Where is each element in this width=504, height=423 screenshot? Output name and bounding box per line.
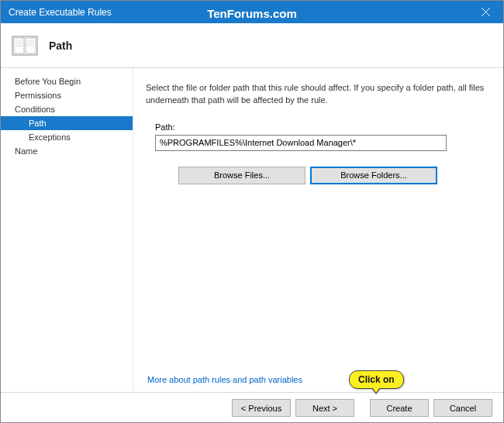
next-button[interactable]: Next > [295,399,354,417]
browse-files-button[interactable]: Browse Files... [178,167,306,184]
sidebar-item-label: Name [15,146,37,156]
page-title: Path [49,40,72,52]
annotation-callout: Click on [349,370,404,389]
wizard-sidebar: Before You Begin Permissions Conditions … [1,68,133,392]
path-label: Path: [155,122,486,132]
main-panel: Select the file or folder path that this… [133,68,503,392]
help-link[interactable]: More about path rules and path variables [147,375,486,384]
browse-buttons-row: Browse Files... Browse Folders... [178,167,486,184]
wizard-footer: Click on < Previous Next > Create Cancel [1,392,503,423]
spacer [359,399,365,423]
content-area: Before You Begin Permissions Conditions … [1,68,503,392]
sidebar-subitem-path[interactable]: Path [1,116,133,130]
sidebar-item-label: Exceptions [29,132,71,142]
sidebar-subitem-exceptions[interactable]: Exceptions [1,130,133,144]
sidebar-item-label: Path [29,119,47,128]
sidebar-item-name[interactable]: Name [1,144,133,158]
window-title: Create Executable Rules [9,7,112,18]
wizard-header: Path [1,23,503,68]
titlebar: Create Executable Rules [1,1,503,23]
description-text: Select the file or folder path that this… [146,79,486,107]
sidebar-item-label: Permissions [15,91,61,100]
sidebar-item-label: Before You Begin [15,77,81,86]
sidebar-item-label: Conditions [15,105,55,114]
create-button[interactable]: Create [370,399,429,417]
sidebar-item-conditions[interactable]: Conditions [1,102,133,116]
previous-button[interactable]: < Previous [232,399,291,417]
sidebar-item-before-you-begin[interactable]: Before You Begin [1,74,133,88]
close-icon [482,8,490,16]
cancel-button[interactable]: Cancel [433,399,492,417]
close-button[interactable] [468,1,503,23]
book-icon [12,34,38,57]
sidebar-item-permissions[interactable]: Permissions [1,88,133,102]
path-input[interactable] [155,135,447,151]
browse-folders-button[interactable]: Browse Folders... [310,167,437,184]
spacer [146,184,486,375]
